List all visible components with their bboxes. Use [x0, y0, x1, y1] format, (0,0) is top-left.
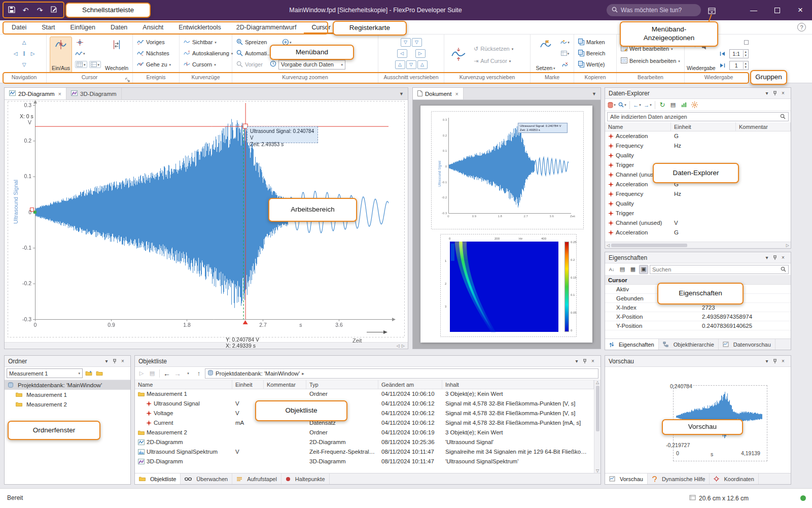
tab-haltepunkte[interactable]: Haltepunkte: [281, 473, 330, 484]
ribbon-tab-ansicht[interactable]: Ansicht: [135, 20, 171, 34]
table-row[interactable]: 2D-Diagramm2D-Diagramm08/11/2024 10:25:3…: [135, 437, 594, 447]
data-row[interactable]: FrequencyHz: [605, 141, 791, 151]
playback-checkbox[interactable]: [744, 40, 749, 45]
tab-dynamische-hilfe[interactable]: Dynamische Hilfe: [648, 473, 710, 484]
pin-icon[interactable]: [771, 357, 779, 365]
pin-icon[interactable]: [581, 357, 589, 365]
cursor-style-button[interactable]: ▾: [75, 49, 85, 58]
data-row[interactable]: Channel (unused)V: [605, 218, 791, 228]
tree-item[interactable]: Projektdatenbank: 'MainWindow': [5, 380, 130, 390]
ribbon-tab-entwicklertools[interactable]: Entwicklertools: [171, 20, 228, 34]
marker-delete-button[interactable]: [560, 60, 570, 69]
scroll-left-icon[interactable]: ◁: [397, 344, 400, 348]
chevron-down-icon[interactable]: ▾: [763, 89, 771, 97]
object-table-header[interactable]: Name Einheit Kommentar Typ Geändert am I…: [135, 380, 594, 389]
tab-objektliste[interactable]: Objektliste: [135, 473, 181, 484]
close-icon[interactable]: ×: [119, 357, 127, 365]
breadcrumb-chevron-icon[interactable]: ▸: [302, 371, 304, 376]
playback-count-spinner[interactable]: 1▲▼: [729, 61, 749, 70]
pan-down-2-button[interactable]: ▽: [412, 38, 422, 47]
scroll-down-icon[interactable]: ▽: [596, 468, 599, 473]
forward-button[interactable]: →: [173, 369, 182, 378]
up-level-button[interactable]: ↑: [194, 369, 203, 378]
run-button[interactable]: ▷: [137, 369, 146, 378]
gear-icon[interactable]: [690, 100, 699, 110]
data-row[interactable]: Quality: [605, 151, 791, 160]
table-row[interactable]: 3D-Diagramm3D-Diagramm08/11/2024 10:11:4…: [135, 457, 594, 466]
sort-az-button[interactable]: A↓: [607, 265, 616, 274]
document-canvas-area[interactable]: [413, 100, 601, 349]
pan-up-1-button[interactable]: △: [395, 60, 405, 69]
data-row[interactable]: AccelerationG: [605, 228, 791, 238]
pin-icon[interactable]: [111, 357, 119, 365]
data-table-header[interactable]: Name Einheit Kommentar: [605, 122, 791, 131]
close-icon[interactable]: ×: [779, 357, 787, 365]
zoom-default-combo[interactable]: Vorgabe durch Daten▾: [278, 60, 345, 70]
minimize-button[interactable]: —: [742, 0, 765, 20]
pan-left-button[interactable]: ◁: [397, 49, 407, 58]
maximize-button[interactable]: [765, 0, 789, 20]
close-button[interactable]: ×: [789, 0, 812, 20]
back-button[interactable]: ←▾: [632, 100, 642, 110]
skip-start-button[interactable]: [718, 49, 727, 58]
nav-next-button[interactable]: ▷: [28, 49, 37, 58]
ribbon-display-options-button[interactable]: [707, 6, 716, 15]
tab-vorschau[interactable]: Vorschau: [605, 473, 648, 484]
pan-up-3-button[interactable]: △: [417, 60, 428, 69]
tree-item[interactable]: Measurement 1: [5, 390, 130, 399]
history-dropdown-icon[interactable]: ▾: [184, 369, 193, 378]
table-row[interactable]: CurrentmADatensatz04/11/2024 10:06:12Sig…: [135, 418, 594, 428]
filter-toggle-button[interactable]: ▣: [639, 265, 648, 274]
table-row[interactable]: Measurement 2Ordner04/11/2024 10:06:193 …: [135, 428, 594, 437]
chart-scrollbar[interactable]: ◁▷: [5, 342, 408, 349]
data-row[interactable]: AccelerationG: [605, 131, 791, 141]
curves-visible-button[interactable]: Sichtbar▾: [183, 37, 229, 48]
chevron-down-icon[interactable]: ▾: [763, 254, 771, 262]
pan-down-1-button[interactable]: ▽: [401, 38, 411, 47]
ribbon-tab-daten[interactable]: Daten: [103, 20, 135, 34]
chart-area[interactable]: X: 0 s Ultrasound Signal Zeit Ultrasound…: [5, 100, 408, 344]
horizontal-scrollbar[interactable]: ◁ ▷: [605, 242, 791, 248]
ribbon-tab-start[interactable]: Start: [34, 20, 62, 34]
table-row[interactable]: Ultrasound SignalSpektrumVZeit-Frequenz-…: [135, 447, 594, 457]
move-reset-button[interactable]: ↺Rücksetzen▾: [473, 43, 514, 54]
property-search[interactable]: [650, 265, 789, 274]
folder-up-icon[interactable]: [84, 369, 93, 378]
cursor-onoff-button[interactable]: Ein/Aus: [50, 37, 72, 73]
skip-end-button[interactable]: [718, 61, 727, 70]
data-filter-combo[interactable]: Alle indizierten Daten anzeigen: [607, 112, 789, 121]
event-previous-button[interactable]: Voriges: [136, 37, 176, 48]
tab-datenvorschau[interactable]: Datenvorschau: [719, 339, 775, 350]
tab-2d-diagramm[interactable]: 2D-Diagramm ×: [5, 88, 66, 99]
tab-dokument[interactable]: Dokument ×: [413, 88, 464, 99]
folder-combo[interactable]: Measurement 1▾: [7, 368, 83, 378]
cursor-position-button[interactable]: [75, 38, 84, 47]
close-icon[interactable]: ×: [589, 357, 597, 365]
scroll-up-icon[interactable]: △: [596, 380, 599, 385]
event-next-button[interactable]: Nächstes: [136, 48, 176, 59]
help-icon[interactable]: ?: [797, 23, 806, 31]
tab-3d-diagramm[interactable]: 3D-Diagramm: [66, 88, 122, 99]
ribbon-tab-datei[interactable]: Datei: [4, 20, 34, 34]
marker-set-button[interactable]: Setzen▾: [534, 37, 557, 73]
edit-range-button[interactable]: Bereich bearbeiten▾: [620, 55, 681, 66]
data-row[interactable]: Quality: [605, 199, 791, 209]
property-search-input[interactable]: [652, 266, 779, 273]
table-row[interactable]: VoltageVDatensatz04/11/2024 10:06:12Sign…: [135, 409, 594, 418]
forward-button[interactable]: →▾: [643, 100, 652, 110]
property-row[interactable]: X-Position2.49358974358974: [605, 312, 791, 321]
zoom-previous-button[interactable]: Voriger: [235, 59, 268, 70]
nav-prev-button[interactable]: ◁: [11, 49, 20, 58]
pin-icon[interactable]: [771, 89, 779, 97]
scroll-right-icon[interactable]: ▷: [402, 344, 405, 348]
tab-eigenschaften[interactable]: Eigenschaften: [605, 339, 659, 350]
property-value[interactable]: 2.49358974358974: [699, 312, 791, 321]
copy-markers-button[interactable]: Marken: [577, 37, 613, 48]
folder-new-icon[interactable]: [95, 369, 104, 378]
close-icon[interactable]: ×: [779, 254, 787, 262]
document-page[interactable]: [420, 105, 592, 342]
cursor-gallery-2-button[interactable]: ▾: [89, 61, 101, 68]
scroll-right-icon[interactable]: ▷: [785, 243, 791, 248]
categorized-view-button[interactable]: ▤: [618, 265, 627, 274]
cursor-gallery-1-button[interactable]: ▾: [75, 61, 87, 68]
